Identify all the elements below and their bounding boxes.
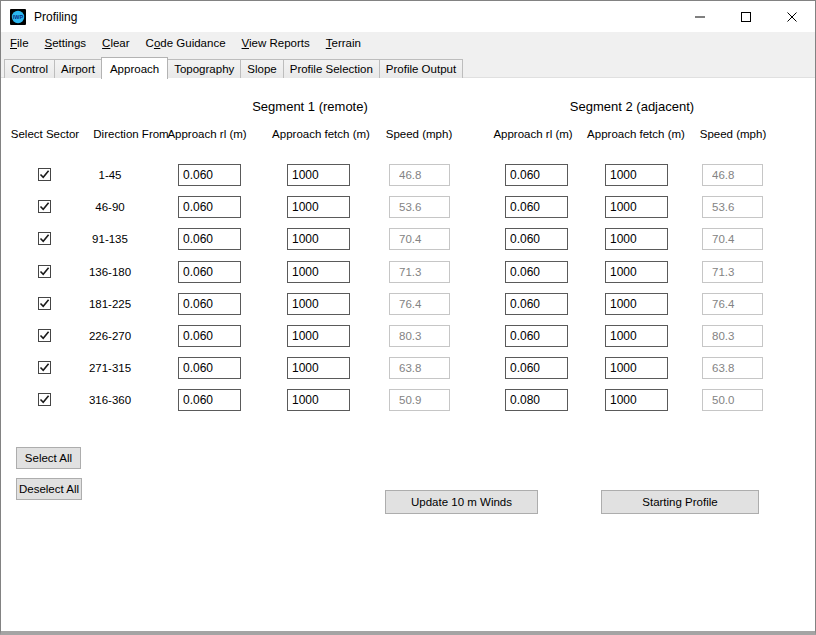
approach-rl-input-seg2[interactable] — [505, 164, 568, 186]
checkmark-icon — [39, 233, 50, 244]
direction-label: 271-315 — [50, 362, 170, 374]
speed-field-seg1 — [389, 325, 450, 347]
checkmark-icon — [39, 394, 50, 405]
approach-tab-page: Segment 1 (remote) Segment 2 (adjacent) … — [2, 78, 814, 631]
approach-rl-input-seg1[interactable] — [178, 389, 241, 411]
approach-rl-input-seg2[interactable] — [505, 357, 568, 379]
speed-field-seg2 — [702, 325, 763, 347]
speed-field-seg2 — [702, 293, 763, 315]
close-button[interactable] — [769, 1, 815, 32]
approach-fetch-input-seg2[interactable] — [605, 389, 668, 411]
menu-file[interactable]: File — [2, 34, 37, 52]
profiling-window: IWP Profiling FileSettingsClearCode Guid… — [0, 0, 816, 635]
tab-control[interactable]: Control — [4, 59, 55, 78]
app-icon: IWP — [10, 9, 26, 25]
approach-rl-input-seg1[interactable] — [178, 228, 241, 250]
checkmark-icon — [39, 201, 50, 212]
approach-rl-input-seg2[interactable] — [505, 261, 568, 283]
approach-fetch-input-seg2[interactable] — [605, 325, 668, 347]
close-icon — [787, 12, 797, 22]
speed-field-seg2 — [702, 196, 763, 218]
approach-fetch-input-seg2[interactable] — [605, 261, 668, 283]
speed-field-seg1 — [389, 357, 450, 379]
direction-label: 1-45 — [50, 169, 170, 181]
tab-profile-selection[interactable]: Profile Selection — [283, 59, 380, 78]
approach-rl-input-seg1[interactable] — [178, 325, 241, 347]
starting-profile-button[interactable]: Starting Profile — [601, 490, 759, 514]
checkmark-icon — [39, 169, 50, 180]
approach-fetch-input-seg1[interactable] — [287, 293, 350, 315]
title-bar: IWP Profiling — [1, 1, 815, 32]
approach-rl-input-seg2[interactable] — [505, 293, 568, 315]
minimize-button[interactable] — [677, 1, 723, 32]
direction-label: 136-180 — [50, 266, 170, 278]
tab-approach[interactable]: Approach — [101, 57, 168, 79]
approach-fetch-input-seg1[interactable] — [287, 228, 350, 250]
minimize-icon — [695, 12, 705, 22]
speed-field-seg1 — [389, 293, 450, 315]
checkmark-icon — [39, 330, 50, 341]
approach-fetch-input-seg2[interactable] — [605, 196, 668, 218]
approach-fetch-input-seg1[interactable] — [287, 389, 350, 411]
approach-rl-input-seg1[interactable] — [178, 196, 241, 218]
menu-code-guidance[interactable]: Code Guidance — [138, 34, 234, 52]
approach-rl-input-seg1[interactable] — [178, 164, 241, 186]
direction-label: 316-360 — [50, 394, 170, 406]
window-title: Profiling — [34, 10, 77, 24]
approach-fetch-input-seg2[interactable] — [605, 293, 668, 315]
window-controls — [677, 1, 815, 32]
tab-topography[interactable]: Topography — [167, 59, 241, 78]
approach-fetch-input-seg1[interactable] — [287, 357, 350, 379]
column-header-speed-seg2: Speed (mph) — [663, 128, 803, 140]
deselect-all-button[interactable]: Deselect All — [16, 478, 82, 500]
approach-rl-input-seg1[interactable] — [178, 293, 241, 315]
checkmark-icon — [39, 362, 50, 373]
approach-rl-input-seg2[interactable] — [505, 196, 568, 218]
approach-rl-input-seg2[interactable] — [505, 228, 568, 250]
direction-label: 226-270 — [50, 330, 170, 342]
approach-fetch-input-seg2[interactable] — [605, 357, 668, 379]
speed-field-seg2 — [702, 357, 763, 379]
approach-rl-input-seg1[interactable] — [178, 357, 241, 379]
menu-settings[interactable]: Settings — [37, 34, 95, 52]
menu-terrain[interactable]: Terrain — [318, 34, 369, 52]
menu-bar: FileSettingsClearCode GuidanceView Repor… — [1, 32, 815, 54]
speed-field-seg1 — [389, 196, 450, 218]
menu-clear[interactable]: Clear — [94, 34, 138, 52]
segment2-header: Segment 2 (adjacent) — [482, 99, 782, 114]
direction-label: 91-135 — [50, 233, 170, 245]
checkmark-icon — [39, 298, 50, 309]
approach-fetch-input-seg1[interactable] — [287, 325, 350, 347]
update-10m-winds-button[interactable]: Update 10 m Winds — [385, 490, 538, 514]
maximize-icon — [741, 12, 751, 22]
checkmark-icon — [39, 266, 50, 277]
approach-fetch-input-seg1[interactable] — [287, 164, 350, 186]
speed-field-seg2 — [702, 261, 763, 283]
direction-label: 181-225 — [50, 298, 170, 310]
approach-rl-input-seg1[interactable] — [178, 261, 241, 283]
maximize-button[interactable] — [723, 1, 769, 32]
direction-label: 46-90 — [50, 201, 170, 213]
speed-field-seg1 — [389, 228, 450, 250]
select-all-button[interactable]: Select All — [16, 447, 81, 469]
approach-fetch-input-seg2[interactable] — [605, 228, 668, 250]
speed-field-seg1 — [389, 261, 450, 283]
tab-slope[interactable]: Slope — [240, 59, 283, 78]
approach-fetch-input-seg2[interactable] — [605, 164, 668, 186]
approach-fetch-input-seg1[interactable] — [287, 196, 350, 218]
speed-field-seg2 — [702, 228, 763, 250]
approach-rl-input-seg2[interactable] — [505, 325, 568, 347]
approach-rl-input-seg2[interactable] — [505, 389, 568, 411]
speed-field-seg1 — [389, 389, 450, 411]
menu-view-reports[interactable]: View Reports — [234, 34, 318, 52]
segment1-header: Segment 1 (remote) — [160, 99, 460, 114]
speed-field-seg2 — [702, 389, 763, 411]
approach-fetch-input-seg1[interactable] — [287, 261, 350, 283]
tab-strip: ControlAirportApproachTopographySlopePro… — [1, 54, 815, 78]
tab-airport[interactable]: Airport — [54, 59, 102, 78]
svg-text:IWP: IWP — [13, 14, 24, 20]
tab-profile-output[interactable]: Profile Output — [379, 59, 463, 78]
speed-field-seg1 — [389, 164, 450, 186]
speed-field-seg2 — [702, 164, 763, 186]
